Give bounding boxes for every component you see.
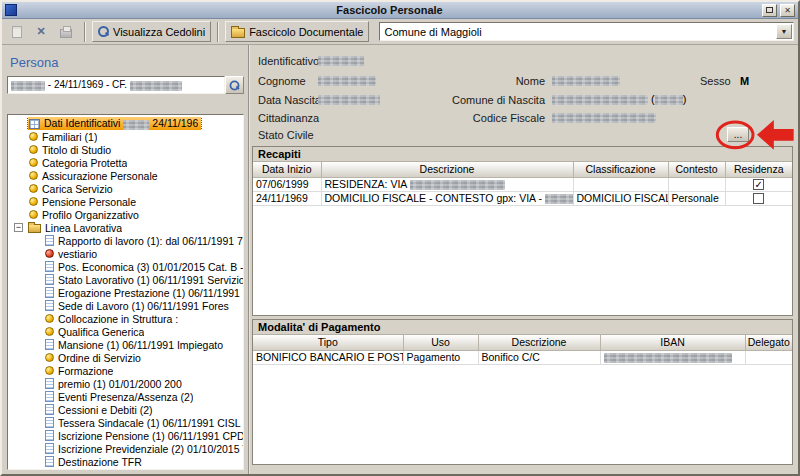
tree-item[interactable]: Cessioni e Debiti (2) <box>8 403 243 416</box>
redacted-value <box>11 81 45 91</box>
chevron-down-icon[interactable]: ▼ <box>776 24 792 39</box>
yellow-dot-icon <box>45 366 54 375</box>
tree-item[interactable]: Carica Servizio <box>8 182 243 195</box>
print-button[interactable] <box>54 21 78 42</box>
table-cell <box>573 177 668 191</box>
fascicolo-documentale-button[interactable]: Fascicolo Documentale <box>225 21 369 42</box>
window-title: Fascicolo Personale <box>20 2 759 18</box>
tree-item[interactable]: Tessera Sindacale (1) 06/11/1991 CISL <box>8 416 243 429</box>
anagrafica-form: Identificativo Cognome Nome Sesso M Data… <box>250 45 798 145</box>
tree-item[interactable]: Collocazione in Struttura : <box>8 312 243 325</box>
sesso-value: M <box>740 75 749 87</box>
tree-item-content: Cessioni e Debiti (2) <box>44 404 156 416</box>
tree-item[interactable]: vestiario <box>8 247 243 260</box>
tree-item[interactable]: Pos. Economica (3) 01/01/2015 Cat. B - P… <box>8 260 243 273</box>
codice-fiscale-label: Codice Fiscale <box>465 112 545 124</box>
table-cell: Pagamento <box>403 350 478 364</box>
table-row[interactable]: BONIFICO BANCARIO E POSTALE [5]Pagamento… <box>253 350 792 364</box>
persona-search-input[interactable]: - 24/11/1969 - CF. <box>7 76 225 94</box>
tree-item[interactable]: Sede di Lavoro (1) 06/11/1991 Fores <box>8 299 243 312</box>
tree-item[interactable]: Iscrizione Pensione (1) 06/11/1991 CPDEL… <box>8 429 243 442</box>
document-icon <box>45 430 54 441</box>
tree-item[interactable]: Stato Lavorativo (1) 06/11/1991 Servizio… <box>8 273 243 286</box>
column-header[interactable]: Descrizione <box>321 162 573 177</box>
column-header[interactable]: Residenza <box>725 162 792 177</box>
tree-item-label: Titolo di Studio <box>42 144 111 156</box>
tree-item[interactable]: Qualifica Generica <box>8 325 243 338</box>
tree-item[interactable]: Titolo di Studio <box>8 143 243 156</box>
tree-item-label: Stato Lavorativo (1) 06/11/1991 Servizio… <box>58 274 243 286</box>
tree-item[interactable]: Dati Identificativi 24/11/196 <box>8 117 243 130</box>
residenza-checkbox[interactable] <box>753 193 764 204</box>
redacted-value <box>318 56 364 66</box>
restore-icon <box>766 7 773 13</box>
column-header[interactable]: Uso <box>403 335 478 350</box>
column-header[interactable]: Contesto <box>668 162 725 177</box>
tree-item[interactable]: premio (1) 01/01/2000 200 <box>8 377 243 390</box>
tree-item-label: Destinazione TFR <box>58 456 142 468</box>
table-cell: BONIFICO BANCARIO E POSTALE [5] <box>253 350 403 364</box>
tree-item[interactable]: Pensione Personale <box>8 195 243 208</box>
tree-item-content: Collocazione in Struttura : <box>44 313 181 325</box>
table-cell <box>745 350 792 364</box>
redacted-value <box>552 113 656 123</box>
tree-item[interactable]: Destinazione TFR <box>8 455 243 468</box>
tree-item[interactable]: Familiari (1) <box>8 130 243 143</box>
tree-item-content: Pensione Personale <box>28 196 139 208</box>
table-row[interactable]: 07/06/1999RESIDENZA: VIA ✓ <box>253 177 792 191</box>
table-cell: 07/06/1999 <box>253 177 321 191</box>
tree-item[interactable]: Erogazione Prestazione (1) 06/11/1991 Fu… <box>8 286 243 299</box>
document-icon <box>45 378 54 389</box>
table-row[interactable]: 24/11/1969DOMICILIO FISCALE - CONTESTO g… <box>253 191 792 205</box>
tree-item[interactable]: Categoria Protetta <box>8 156 243 169</box>
tree-item-label: Formazione <box>58 365 113 377</box>
redacted-value <box>545 194 573 204</box>
column-header[interactable]: Descrizione <box>478 335 600 350</box>
column-header[interactable]: IBAN <box>600 335 745 350</box>
restore-button[interactable] <box>762 4 777 17</box>
visualizza-cedolini-button[interactable]: Visualizza Cedolini <box>92 21 211 42</box>
tree-item[interactable]: Rapporto di lavoro (1): dal 06/11/1991 7… <box>8 234 243 247</box>
table-cell: Bonifico C/C <box>478 350 600 364</box>
tree-item[interactable]: Ordine di Servizio <box>8 351 243 364</box>
tree-item[interactable]: Assicurazione Personale <box>8 169 243 182</box>
tree-item[interactable]: Mansione (1) 06/11/1991 Impiegato <box>8 338 243 351</box>
toolbar-separator <box>217 22 219 42</box>
tree-item-label: Cessioni e Debiti (2) <box>58 404 153 416</box>
redacted-value <box>130 81 182 91</box>
column-header[interactable]: Data Inizio <box>253 162 321 177</box>
redacted-value <box>410 180 505 190</box>
document-icon <box>12 26 22 38</box>
pagamento-groupbox: Modalita' di Pagamento TipoUsoDescrizion… <box>252 319 793 465</box>
tree-item-content: Familiari (1) <box>28 131 100 143</box>
tree-item-label: Rapporto di lavoro (1): dal 06/11/1991 7… <box>58 235 243 247</box>
redacted-value <box>123 120 149 130</box>
column-header[interactable]: Tipo <box>253 335 403 350</box>
persona-search-button[interactable] <box>225 76 244 94</box>
ente-combobox[interactable]: Comune di Maggioli ▼ <box>379 22 794 41</box>
document-icon <box>45 404 54 415</box>
close-button[interactable]: ✕ <box>780 4 795 17</box>
table-cell <box>600 350 745 364</box>
document-icon <box>45 391 54 402</box>
stato-civile-ellipsis-button[interactable]: ... <box>727 127 749 142</box>
tree-item-content: Qualifica Generica <box>44 326 147 338</box>
delete-button[interactable]: ✕ <box>30 21 52 42</box>
new-document-button[interactable] <box>6 21 28 42</box>
fascicolo-documentale-label: Fascicolo Documentale <box>249 26 363 38</box>
tree-item[interactable]: Iscrizione Previdenziale (2) 01/10/2015 … <box>8 442 243 455</box>
document-icon <box>45 339 54 350</box>
residenza-checkbox[interactable]: ✓ <box>753 179 764 190</box>
tree-item[interactable]: −Linea Lavorativa <box>8 221 243 234</box>
tree-item[interactable]: Eventi Presenza/Assenza (2) <box>8 390 243 403</box>
tree-item[interactable]: Formazione <box>8 364 243 377</box>
tree-item-label: Profilo Organizzativo <box>42 209 139 221</box>
tree-expander-icon[interactable]: − <box>14 223 23 232</box>
redacted-value <box>318 76 376 86</box>
yellow-dot-icon <box>29 171 38 180</box>
column-header[interactable]: Classificazione <box>573 162 668 177</box>
column-header[interactable]: Delegato <box>745 335 792 350</box>
tree-item[interactable]: Profilo Organizzativo <box>8 208 243 221</box>
redacted-value <box>552 76 620 86</box>
pagamento-title: Modalita' di Pagamento <box>253 320 792 335</box>
